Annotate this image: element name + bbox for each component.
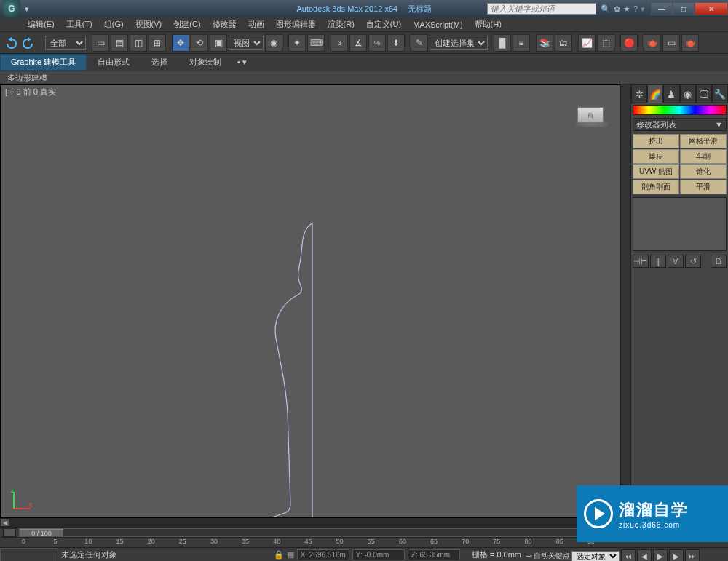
menu-create[interactable]: 创建(C) — [167, 17, 206, 31]
viewport[interactable]: [ + 0 前 0 真实 前 zx — [0, 84, 620, 518]
prev-frame-icon[interactable]: ◀ — [637, 549, 652, 561]
app-menu-dropdown[interactable]: ▾ — [25, 4, 29, 14]
mod-uvw[interactable]: UVW 贴图 — [633, 164, 679, 179]
snap-toggle-button[interactable]: 3 — [331, 34, 348, 52]
move-button[interactable]: ✥ — [172, 34, 189, 52]
select-object-button[interactable]: ▭ — [92, 34, 109, 52]
scroll-left-icon[interactable]: ◀ — [0, 518, 10, 527]
rotate-button[interactable]: ⟲ — [191, 34, 208, 52]
viewport-scrollbar-v[interactable] — [620, 84, 630, 518]
key-toggle-icon[interactable]: ⊸ — [526, 552, 532, 561]
modifier-list-dropdown[interactable]: 修改器列表▼ — [633, 118, 727, 131]
viewcube-compass[interactable] — [576, 122, 608, 127]
utilities-tab-icon[interactable]: 🔧 — [712, 84, 728, 103]
mod-extrude[interactable]: 挤出 — [633, 134, 679, 148]
coord-x[interactable]: X: 2696.516m — [297, 549, 349, 560]
abs-rel-icon[interactable]: ▦ — [287, 550, 294, 560]
scroll-track[interactable] — [10, 518, 610, 527]
auto-key-button[interactable]: 自动关键点 — [534, 551, 570, 561]
coord-y[interactable]: Y: -0.0mm — [352, 549, 405, 560]
window-crossing-button[interactable]: ⊞ — [149, 34, 166, 52]
selection-filter-select[interactable]: 全部 — [45, 36, 86, 50]
menu-help[interactable]: 帮助(H) — [469, 17, 507, 31]
motion-tab-icon[interactable]: ◉ — [680, 84, 696, 103]
ref-coord-select[interactable]: 视图 — [229, 36, 264, 50]
remove-modifier-icon[interactable]: ↺ — [685, 255, 701, 268]
schematic-view-button[interactable]: ⬚ — [597, 34, 614, 52]
object-color-swatch[interactable] — [633, 105, 727, 115]
star-icon[interactable]: ★ — [623, 4, 630, 14]
undo-button[interactable] — [3, 34, 20, 52]
align-button[interactable]: ≡ — [513, 34, 530, 52]
configure-sets-icon[interactable]: 🗋 — [711, 255, 727, 268]
minimize-button[interactable]: — — [651, 2, 673, 15]
goto-start-icon[interactable]: ⏮ — [621, 549, 636, 561]
render-frame-button[interactable]: ▭ — [662, 34, 680, 52]
viewcube-face[interactable]: 前 — [577, 107, 604, 123]
close-button[interactable]: ✕ — [695, 2, 728, 15]
search-icon[interactable]: 🔍 — [601, 4, 611, 14]
layers-button[interactable]: 📚 — [536, 34, 553, 52]
coord-z[interactable]: Z: 65.35mm — [408, 549, 460, 560]
ribbon-tab-freeform[interactable]: 自由形式 — [87, 54, 141, 71]
modifier-stack[interactable] — [633, 197, 727, 251]
render-setup-button[interactable]: 🫖 — [644, 34, 661, 52]
manipulate-button[interactable]: ✦ — [288, 34, 306, 52]
menu-tools[interactable]: 工具(T) — [60, 17, 98, 31]
layer-explorer-button[interactable]: 🗂 — [555, 34, 572, 52]
create-tab-icon[interactable]: ✲ — [631, 84, 647, 103]
mod-shell[interactable]: 爆皮 — [633, 149, 679, 164]
menu-maxscript[interactable]: MAXScript(M) — [407, 19, 468, 31]
material-editor-button[interactable]: 🔴 — [620, 34, 638, 52]
edit-named-sel-button[interactable]: ✎ — [411, 34, 428, 52]
curve-editor-button[interactable]: 📈 — [578, 34, 596, 52]
mod-meshsmooth[interactable]: 网格平滑 — [680, 134, 727, 148]
select-by-name-button[interactable]: ▤ — [111, 34, 128, 52]
ribbon-tab-object-paint[interactable]: 对象绘制 — [178, 54, 232, 71]
exchange-icon[interactable]: ✿ — [614, 4, 620, 14]
named-selection-select[interactable]: 创建选择集 — [430, 36, 488, 50]
play-icon[interactable]: ▶ — [653, 549, 668, 561]
menu-group[interactable]: 组(G) — [98, 17, 130, 31]
percent-snap-button[interactable]: % — [368, 34, 386, 52]
pivot-button[interactable]: ◉ — [265, 34, 282, 52]
scale-button[interactable]: ▣ — [210, 34, 227, 52]
menu-graph-editors[interactable]: 图形编辑器 — [270, 17, 322, 31]
viewport-label[interactable]: [ + 0 前 0 真实 — [5, 87, 56, 98]
maximize-button[interactable]: □ — [673, 2, 695, 15]
menu-modifiers[interactable]: 修改器 — [207, 17, 242, 31]
hierarchy-tab-icon[interactable]: ♟ — [663, 84, 679, 103]
ribbon-tab-modeling[interactable]: Graphite 建模工具 — [0, 54, 87, 71]
search-input[interactable] — [487, 3, 596, 15]
help-search[interactable] — [487, 3, 596, 15]
menu-animation[interactable]: 动画 — [242, 17, 270, 31]
next-frame-icon[interactable]: ▶ — [669, 549, 684, 561]
menu-view[interactable]: 视图(V) — [130, 17, 168, 31]
app-icon[interactable]: G — [3, 0, 20, 17]
render-button[interactable]: 🫖 — [681, 34, 699, 52]
ribbon-tab-selection[interactable]: 选择 — [141, 54, 178, 71]
mod-bevel-profile[interactable]: 剖角剖面 — [633, 180, 679, 194]
lock-selection-icon[interactable]: 🔒 — [274, 550, 284, 560]
show-end-result-icon[interactable]: ‖ — [650, 255, 666, 268]
time-config-icon[interactable] — [3, 528, 16, 537]
make-unique-icon[interactable]: ∀ — [668, 255, 684, 268]
menu-customize[interactable]: 自定义(U) — [360, 17, 407, 31]
mirror-button[interactable]: ▐▌ — [494, 34, 511, 52]
menu-render[interactable]: 渲染(R) — [322, 17, 360, 31]
viewcube[interactable]: 前 — [576, 107, 605, 133]
key-target-select[interactable]: 选定对象 — [571, 551, 620, 562]
ribbon-expand-icon[interactable]: ▪ ▾ — [232, 55, 252, 70]
spinner-snap-button[interactable]: ⬍ — [387, 34, 405, 52]
angle-snap-button[interactable]: ∡ — [349, 34, 367, 52]
mod-smooth[interactable]: 平滑 — [680, 180, 727, 194]
redo-button[interactable] — [22, 34, 39, 52]
time-slider-thumb[interactable]: 0 / 100 — [20, 529, 63, 536]
menu-edit[interactable]: 编辑(E) — [22, 17, 60, 31]
mod-taper[interactable]: 锥化 — [680, 164, 727, 179]
help-icon[interactable]: ? — [633, 4, 638, 14]
pin-stack-icon[interactable]: ⊣⊢ — [633, 255, 649, 268]
modify-tab-icon[interactable]: 🌈 — [647, 84, 663, 103]
goto-end-icon[interactable]: ⏭ — [685, 549, 700, 561]
select-region-button[interactable]: ◫ — [130, 34, 147, 52]
